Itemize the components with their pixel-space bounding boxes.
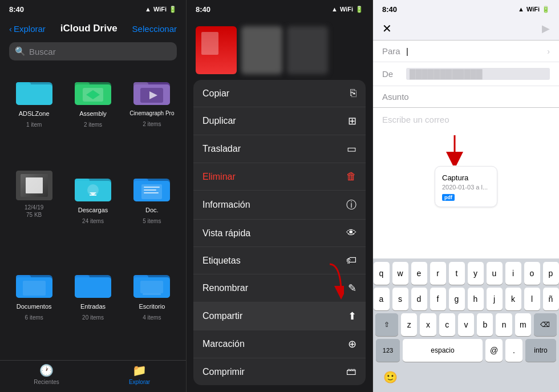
- attachment-date: 2020-01-03 a l...: [442, 184, 490, 191]
- nav-bar-1: ‹ Explorar iCloud Drive Seleccionar: [0, 17, 186, 42]
- info-icon: ⓘ: [346, 198, 357, 212]
- tab-explorar[interactable]: 📁 Explorar: [93, 361, 186, 387]
- key-s[interactable]: s: [392, 288, 408, 310]
- compose-fields: Para | › De ████████████ Asunto: [373, 41, 559, 108]
- list-item[interactable]: Escritorio 4 items: [123, 261, 181, 358]
- menu-label-comprimir: Comprimir: [202, 367, 245, 377]
- key-m[interactable]: m: [515, 313, 531, 336]
- pdf-badge: pdf: [442, 194, 455, 201]
- folder-icon-doc: [132, 171, 171, 203]
- menu-item-vista-rapida[interactable]: Vista rápida 👁: [193, 220, 366, 247]
- file-name: Escritorio: [139, 302, 165, 310]
- svg-rect-22: [141, 184, 162, 199]
- list-item[interactable]: Assembly 2 items: [63, 68, 122, 165]
- key-b[interactable]: b: [477, 313, 493, 336]
- menu-item-comprimir[interactable]: Comprimir 🗃: [193, 358, 366, 385]
- search-bar[interactable]: 🔍 Buscar: [9, 42, 177, 60]
- attachment-type: pdf: [442, 194, 490, 201]
- menu-item-eliminar[interactable]: Eliminar 🗑: [193, 163, 366, 191]
- menu-item-compartir[interactable]: Compartir ⬆: [193, 302, 366, 330]
- key-g[interactable]: g: [449, 288, 465, 310]
- keyboard-row-1: q w e r t y u i o p: [375, 262, 557, 285]
- key-c[interactable]: c: [439, 313, 455, 336]
- key-e[interactable]: e: [411, 262, 427, 285]
- file-meta: 20 items: [82, 314, 104, 321]
- para-field[interactable]: Para | ›: [373, 41, 559, 62]
- file-name: Documentos: [17, 302, 52, 310]
- key-h[interactable]: h: [468, 288, 484, 310]
- emoji-bar: 🙂: [375, 365, 557, 387]
- key-v[interactable]: v: [458, 313, 474, 336]
- keyboard-row-2: a s d f g h j k l ñ: [375, 288, 557, 310]
- at-key[interactable]: @: [485, 339, 503, 362]
- tab-recientes[interactable]: 🕐 Recientes: [0, 361, 93, 387]
- key-y[interactable]: y: [468, 262, 484, 285]
- key-z[interactable]: z: [401, 313, 417, 336]
- key-o[interactable]: o: [524, 262, 540, 285]
- return-key[interactable]: intro: [525, 339, 556, 362]
- menu-label-duplicar: Duplicar: [202, 116, 236, 126]
- de-field[interactable]: De ████████████: [373, 62, 559, 86]
- list-item[interactable]: 12/4/1975 KB: [5, 165, 63, 261]
- status-bar-1: 8:40 ▲ WiFi 🔋: [0, 0, 186, 17]
- key-w[interactable]: w: [392, 262, 408, 285]
- tab-label-explorar: Explorar: [129, 379, 150, 385]
- para-input[interactable]: |: [406, 46, 544, 56]
- key-n-tilde[interactable]: ñ: [543, 288, 559, 310]
- time-1: 8:40: [9, 5, 24, 14]
- compose-body[interactable]: Escribe un correo: [373, 108, 559, 132]
- key-f[interactable]: f: [430, 288, 446, 310]
- key-t[interactable]: t: [449, 262, 465, 285]
- search-input[interactable]: Buscar: [29, 47, 56, 56]
- key-u[interactable]: u: [487, 262, 503, 285]
- svg-rect-2: [16, 84, 52, 105]
- file-name: Entradas: [80, 302, 106, 310]
- key-p[interactable]: p: [543, 262, 559, 285]
- menu-item-trasladar[interactable]: Trasladar ▭: [193, 135, 366, 163]
- status-bar-2: 8:40 ▲ WiFi 🔋: [187, 0, 372, 17]
- key-q[interactable]: q: [374, 262, 390, 285]
- period-key[interactable]: .: [505, 339, 522, 362]
- key-j[interactable]: j: [487, 288, 503, 310]
- clock-icon: 🕐: [39, 363, 54, 377]
- svg-rect-37: [143, 293, 161, 295]
- select-button[interactable]: Seleccionar: [132, 24, 177, 34]
- menu-item-marcacion[interactable]: Marcación ⊕: [193, 330, 366, 358]
- key-l[interactable]: l: [524, 288, 540, 310]
- key-a[interactable]: a: [374, 288, 390, 310]
- key-i[interactable]: i: [505, 262, 521, 285]
- list-item[interactable]: Doc. 5 items: [123, 165, 181, 261]
- list-item[interactable]: Descargas 24 items: [63, 165, 122, 261]
- menu-label-etiquetas: Etiquetas: [202, 256, 241, 266]
- menu-label-renombrar: Renombrar: [202, 283, 248, 293]
- key-r[interactable]: r: [430, 262, 446, 285]
- emoji-key[interactable]: 🙂: [380, 367, 400, 387]
- list-item[interactable]: Documentos 6 items: [5, 261, 63, 358]
- key-k[interactable]: k: [505, 288, 521, 310]
- menu-item-copiar[interactable]: Copiar ⎘: [193, 80, 366, 107]
- list-item[interactable]: Entradas 20 items: [63, 261, 122, 358]
- backspace-key[interactable]: ⌫: [534, 313, 557, 336]
- send-button[interactable]: ▶: [542, 22, 550, 35]
- asunto-field[interactable]: Asunto: [373, 86, 559, 107]
- key-n[interactable]: n: [496, 313, 512, 336]
- close-button[interactable]: ✕: [382, 22, 392, 35]
- svg-rect-24: [144, 189, 156, 191]
- back-button[interactable]: ‹ Explorar: [9, 24, 46, 34]
- list-item[interactable]: ADSLZone 1 item: [5, 68, 63, 165]
- tab-bar: 🕐 Recientes 📁 Explorar: [0, 360, 186, 392]
- preview-area: [187, 17, 372, 74]
- key-x[interactable]: x: [420, 313, 436, 336]
- tab-label-recientes: Recientes: [34, 379, 59, 385]
- archive-icon: 🗃: [346, 366, 357, 378]
- space-key[interactable]: espacio: [403, 339, 483, 362]
- file-meta: 2 items: [143, 120, 161, 128]
- numbers-key[interactable]: 123: [376, 339, 400, 362]
- menu-item-duplicar[interactable]: Duplicar ⊞: [193, 107, 366, 135]
- key-d[interactable]: d: [411, 288, 427, 310]
- menu-item-informacion[interactable]: Información ⓘ: [193, 191, 366, 220]
- de-value: ████████████: [406, 68, 550, 80]
- shift-key[interactable]: ⇧: [375, 313, 398, 336]
- menu-label-compartir: Compartir: [202, 311, 242, 321]
- list-item[interactable]: Cinemagraph Pro 2 items: [123, 68, 181, 165]
